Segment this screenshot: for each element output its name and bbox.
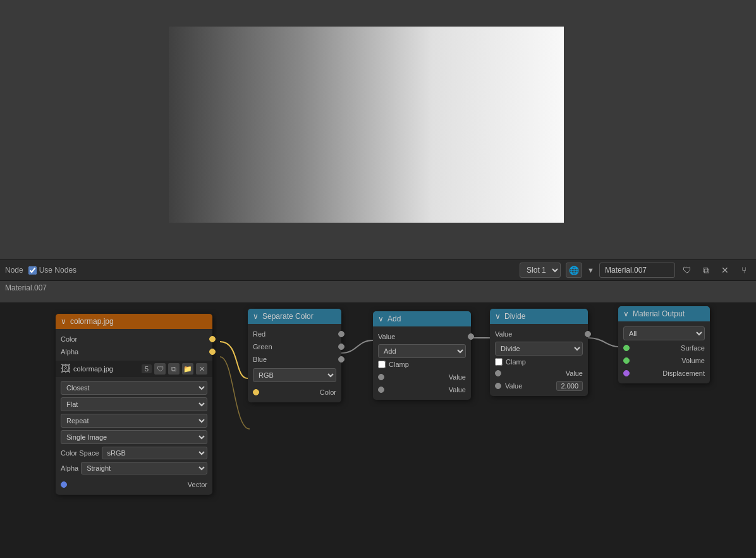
alpha-mode-row: Alpha Straight Premultiplied Channel Pac…	[56, 461, 212, 476]
sc-green-socket[interactable]	[338, 344, 344, 350]
add-value-out-label: Value	[378, 333, 395, 340]
separate-color-node: ∨ Separate Color Red Green Blue RGB HSV …	[248, 309, 341, 402]
sc-color-in-label: Color	[320, 388, 336, 396]
alpha-select[interactable]: Straight Premultiplied Channel Packed No…	[81, 462, 207, 474]
sc-color-in-socket[interactable]	[253, 389, 259, 395]
colormap-collapse-icon[interactable]: ∨	[61, 317, 66, 326]
add-value2-label: Value	[449, 386, 466, 394]
divide-operation-select[interactable]: Divide Add Subtract Multiply	[495, 342, 583, 356]
add-collapse-icon[interactable]: ∨	[378, 314, 384, 323]
divide-collapse-icon[interactable]: ∨	[495, 312, 501, 321]
image-icon: 🖼	[61, 363, 71, 375]
divide-clamp-checkbox[interactable]	[495, 358, 503, 366]
use-nodes-checkbox[interactable]	[28, 266, 37, 275]
file-close-btn[interactable]: ✕	[196, 363, 207, 375]
separate-color-collapse-icon[interactable]: ∨	[253, 312, 259, 321]
globe-button[interactable]: 🌐	[566, 263, 582, 278]
divide-value-out-label: Value	[495, 330, 512, 338]
extension-select[interactable]: Repeat Clip Extend	[61, 414, 207, 428]
sc-blue-socket[interactable]	[338, 356, 344, 363]
material-output-title: Material Output	[633, 309, 685, 318]
add-value1-row: Value	[373, 371, 471, 383]
add-node: ∨ Add Value Add Subtract Multiply Divide…	[373, 311, 471, 400]
color-space-row: Color Space sRGB Linear Non-Color	[56, 445, 212, 461]
alpha-label: Alpha	[61, 464, 78, 472]
file-copy-btn[interactable]: ⧉	[168, 363, 180, 375]
viewport-area	[0, 0, 756, 259]
use-nodes-group: Use Nodes	[28, 266, 76, 275]
file-name-label: colormap.jpg	[73, 365, 139, 373]
material-name-input[interactable]	[599, 263, 675, 278]
colormap-body: Color Alpha 🖼 colormap.jpg 5 🛡 ⧉ 📁 ✕ Clo…	[56, 329, 212, 495]
close-button[interactable]: ✕	[718, 263, 732, 277]
color-space-label: Color Space	[61, 449, 99, 457]
toolbar: Node Use Nodes Slot 1 🌐 ▼ 🛡 ⧉ ✕ ⑂	[0, 259, 756, 281]
projection-select[interactable]: Flat Box Sphere	[61, 397, 207, 411]
add-value2-socket[interactable]	[378, 387, 384, 393]
file-protect-btn[interactable]: 🛡	[154, 363, 166, 375]
divide-value1-row: Value	[490, 367, 588, 380]
colormap-vector-socket[interactable]	[61, 481, 67, 488]
add-value1-socket[interactable]	[378, 374, 384, 380]
add-value-out-socket[interactable]	[468, 333, 474, 340]
colormap-title: colormap.jpg	[70, 317, 114, 326]
sc-color-row: Color	[248, 386, 341, 399]
colormap-alpha-socket[interactable]	[209, 349, 216, 355]
material-output-collapse-icon[interactable]: ∨	[623, 309, 629, 318]
add-clamp-row: Clamp	[373, 359, 471, 369]
add-value-out-row: Value	[373, 330, 471, 343]
colormap-color-label: Color	[61, 335, 77, 343]
colormap-color-socket[interactable]	[209, 336, 216, 342]
colormap-color-row: Color	[56, 333, 212, 345]
mo-volume-row: Volume	[618, 354, 710, 367]
all-select[interactable]: All Surface Volume	[623, 326, 705, 340]
sc-blue-row: Blue	[248, 353, 341, 366]
add-value2-row: Value	[373, 383, 471, 396]
mo-surface-label: Surface	[681, 344, 705, 352]
sc-red-socket[interactable]	[338, 331, 344, 337]
add-operation-select[interactable]: Add Subtract Multiply Divide	[378, 344, 466, 358]
divide-clamp-label: Clamp	[506, 358, 526, 366]
file-folder-btn[interactable]: 📁	[182, 363, 193, 375]
mo-volume-label: Volume	[681, 357, 705, 364]
material-name-label: Material.007	[0, 281, 52, 295]
add-value1-label: Value	[449, 373, 466, 381]
sc-green-label: Green	[253, 343, 272, 350]
separate-color-body: Red Green Blue RGB HSV HSL Color	[248, 324, 341, 402]
mo-displacement-row: Displacement	[618, 367, 710, 380]
source-select[interactable]: Single Image Sequence Movie	[61, 430, 207, 444]
colormap-alpha-row: Alpha	[56, 345, 212, 358]
add-clamp-label: Clamp	[389, 361, 409, 368]
node-label: Node	[5, 266, 23, 275]
separate-color-header: ∨ Separate Color	[248, 309, 341, 324]
mo-displacement-label: Displacement	[662, 369, 705, 377]
use-nodes-label: Use Nodes	[39, 266, 76, 275]
material-output-node: ∨ Material Output All Surface Volume Sur…	[618, 306, 710, 383]
pin-button[interactable]: 🛡	[680, 263, 694, 277]
mo-volume-socket[interactable]	[623, 357, 630, 364]
copy-button[interactable]: ⧉	[699, 263, 713, 277]
divide-value-out-socket[interactable]	[585, 331, 591, 337]
sc-mode-select[interactable]: RGB HSV HSL	[253, 368, 336, 382]
divide-value2-label: Value	[505, 382, 522, 390]
mo-surface-socket[interactable]	[623, 345, 630, 351]
color-space-select[interactable]: sRGB Linear Non-Color	[102, 447, 207, 459]
divide-value1-socket[interactable]	[495, 370, 501, 376]
sc-green-row: Green	[248, 340, 341, 353]
slot-select[interactable]: Slot 1	[520, 263, 561, 278]
divide-title: Divide	[504, 312, 525, 321]
divide-node: ∨ Divide Value Divide Add Subtract Multi…	[490, 309, 588, 396]
interpolation-select[interactable]: Closest Linear Cubic	[61, 381, 207, 395]
gradient-preview	[169, 27, 564, 223]
colormap-vector-label: Vector	[188, 481, 207, 488]
file-num: 5	[142, 364, 152, 373]
sc-red-label: Red	[253, 330, 265, 338]
mo-displacement-socket[interactable]	[623, 370, 630, 376]
divide-value2-row: Value 2.000	[490, 380, 588, 392]
fork-button[interactable]: ⑂	[737, 263, 751, 277]
add-clamp-checkbox[interactable]	[378, 361, 386, 368]
divide-value-out-row: Value	[490, 328, 588, 340]
divide-clamp-row: Clamp	[490, 357, 588, 367]
divide-value2-socket[interactable]	[495, 383, 501, 389]
divide-value2-num[interactable]: 2.000	[556, 381, 583, 391]
